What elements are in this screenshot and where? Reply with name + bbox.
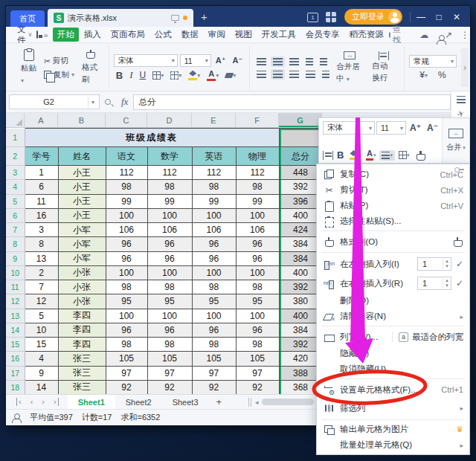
cell[interactable]: 李四 <box>58 309 106 323</box>
cell[interactable]: 小王 <box>58 166 106 180</box>
cell[interactable]: 7 <box>25 280 58 294</box>
mini-fill-color-button[interactable]: ▾ <box>347 150 362 160</box>
row-header-2[interactable]: 2 <box>6 147 25 166</box>
maximize-button[interactable]: □ <box>430 12 448 22</box>
row-header-3[interactable]: 3 <box>6 166 25 180</box>
h-scrollbar[interactable] <box>262 399 314 405</box>
menu-item-0[interactable]: 开始 <box>53 28 79 42</box>
menu-item-insert-col-left[interactable]: 在左侧插入列(I)1▲▼✓ <box>317 254 469 274</box>
paste-button[interactable]: 粘贴 ▾ <box>16 49 41 86</box>
cell[interactable]: 3 <box>25 223 58 237</box>
cell[interactable]: 92 <box>147 380 192 394</box>
cell[interactable]: 99 <box>106 194 147 208</box>
cell[interactable]: 小张 <box>58 280 106 294</box>
mini-borders-button[interactable]: ▾ <box>396 151 412 159</box>
cell[interactable]: 11 <box>25 194 58 208</box>
distribute-button[interactable] <box>320 71 332 78</box>
cell[interactable]: 小张 <box>58 265 106 280</box>
row-header-5[interactable]: 5 <box>6 194 25 208</box>
panel-lines-icon[interactable] <box>457 96 466 103</box>
mini-grow-font-button[interactable]: A⁺ <box>408 123 423 133</box>
formula-input[interactable]: 总分 <box>133 94 451 110</box>
single-window-icon[interactable]: 1 <box>307 13 318 22</box>
cell[interactable]: 96 <box>192 237 236 251</box>
row-header-8[interactable]: 8 <box>6 237 25 251</box>
cell[interactable]: 96 <box>236 237 279 251</box>
cell[interactable]: 96 <box>147 323 192 337</box>
cell[interactable]: 98 <box>192 180 236 194</box>
bold-button[interactable]: B <box>114 70 125 81</box>
cell[interactable]: 96 <box>106 251 147 265</box>
cell[interactable]: 106 <box>236 223 279 237</box>
cell[interactable]: 98 <box>236 280 279 294</box>
confirm-check-icon[interactable]: ✓ <box>456 259 463 269</box>
decrease-indent-button[interactable] <box>303 58 315 65</box>
cell[interactable]: 97 <box>147 366 192 380</box>
minimize-button[interactable]: — <box>412 12 430 22</box>
cell[interactable]: 张三 <box>58 366 106 380</box>
menu-item-delete[interactable]: 删除(D) <box>317 293 469 309</box>
cell[interactable]: 1 <box>25 166 58 180</box>
count-spinner[interactable]: 1▲▼ <box>417 277 451 290</box>
underline-button[interactable]: U <box>138 70 149 80</box>
number-format-select[interactable]: 常规▾ <box>409 55 457 68</box>
column-header-E[interactable]: E <box>192 113 236 127</box>
row-header-18[interactable]: 18 <box>6 380 25 394</box>
sheet-tab-sheet3[interactable]: Sheet3 <box>162 395 209 410</box>
cell[interactable]: 98 <box>236 338 279 352</box>
row-header-17[interactable]: 17 <box>6 366 25 380</box>
row-header-7[interactable]: 7 <box>6 223 25 237</box>
align-bottom-button[interactable] <box>287 58 301 65</box>
menu-item-insert-col-right[interactable]: 在右侧插入列(R)1▲▼✓ <box>317 274 469 293</box>
row-header-1[interactable]: 1 <box>6 129 25 147</box>
name-box[interactable]: G2 ▾ <box>9 94 100 109</box>
cell[interactable]: 15 <box>25 338 58 352</box>
save-icon[interactable] <box>36 30 38 39</box>
cell[interactable]: 99 <box>147 194 192 208</box>
cell-G1[interactable] <box>279 129 322 147</box>
font-color-button[interactable]: A▾ <box>205 70 221 81</box>
cell[interactable]: 100 <box>192 309 236 323</box>
menu-item-filter-column[interactable]: 筛选列▸ <box>317 399 469 418</box>
cell[interactable]: 98 <box>106 280 147 294</box>
cell[interactable]: 小军 <box>58 223 106 237</box>
menu-item-cut[interactable]: ✂剪切(T)Ctrl+X <box>317 182 469 198</box>
cell[interactable]: 100 <box>236 265 279 280</box>
menu-item-8[interactable]: 会员专享 <box>301 28 344 42</box>
cell[interactable]: 100 <box>106 309 147 323</box>
cell[interactable]: 2 <box>25 265 58 280</box>
eraser-button[interactable]: ▾ <box>223 72 238 79</box>
cell[interactable]: 96 <box>236 323 279 337</box>
menu-item-7[interactable]: 开发工具 <box>257 28 300 42</box>
cell[interactable]: 96 <box>147 251 192 265</box>
mini-font-family-select[interactable]: 宋体▾ <box>323 121 375 135</box>
row-header-11[interactable]: 11 <box>6 280 25 294</box>
search-label[interactable]: 查找 <box>393 24 402 46</box>
cut-button[interactable]: ✂剪切 <box>44 56 74 66</box>
mini-format-painter-button[interactable] <box>413 150 427 160</box>
menu-item-clear-contents[interactable]: 清除内容(N)▸ <box>317 309 469 324</box>
sheet-tab-sheet2[interactable]: Sheet2 <box>115 395 162 410</box>
fx-icon[interactable]: fx <box>121 96 128 108</box>
cell[interactable]: 98 <box>147 180 192 194</box>
column-header-F[interactable]: F <box>236 113 279 127</box>
mini-font-color-button[interactable]: A▾ <box>364 149 379 161</box>
header-cell-4[interactable]: 英语 <box>192 147 236 166</box>
cell[interactable]: 100 <box>147 265 192 280</box>
cell[interactable]: 112 <box>147 166 192 180</box>
font-family-select[interactable]: 宋体▾ <box>114 54 178 67</box>
cell[interactable]: 小王 <box>58 194 106 208</box>
cell[interactable]: 92 <box>236 380 279 394</box>
name-box-caret-icon[interactable]: ▾ <box>88 97 96 108</box>
login-button[interactable]: 立即登录 <box>344 9 402 25</box>
header-cell-3[interactable]: 数学 <box>147 147 192 166</box>
cell[interactable]: 98 <box>147 338 192 352</box>
header-cell-0[interactable]: 学号 <box>25 147 58 166</box>
select-all-corner[interactable] <box>6 113 25 127</box>
mini-style-brackets-icon[interactable] <box>323 151 333 160</box>
italic-button[interactable]: I <box>127 69 135 81</box>
cell[interactable]: 105 <box>192 352 236 366</box>
cell[interactable]: 95 <box>236 294 279 309</box>
borders-button[interactable]: ▾ <box>150 71 166 80</box>
mini-font-size-select[interactable]: 11▾ <box>376 121 406 135</box>
